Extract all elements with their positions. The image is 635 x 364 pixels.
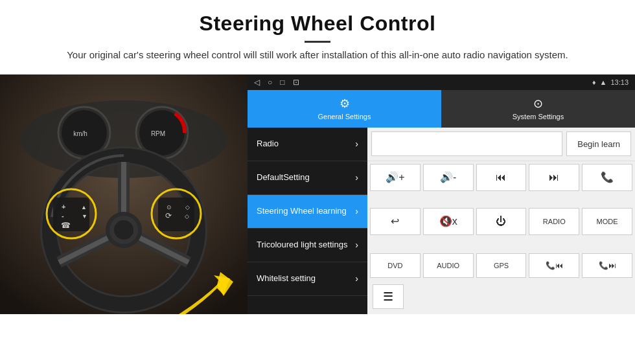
- status-bar-info: ♦ ▲ 13:13: [592, 78, 629, 86]
- general-settings-label: General Settings: [318, 113, 371, 120]
- system-settings-label: System Settings: [513, 113, 564, 120]
- volume-down-icon: 🔊-: [440, 171, 456, 183]
- menu-item-tricoloured-arrow: ›: [355, 240, 358, 250]
- menu-item-radio[interactable]: Radio ›: [248, 128, 367, 161]
- nav-tabs: ⚙ General Settings ⊙ System Settings: [248, 90, 635, 128]
- content-area: km/h RPM +: [0, 74, 635, 314]
- dvd-button[interactable]: DVD: [370, 253, 421, 278]
- power-button[interactable]: ⏻: [476, 208, 527, 235]
- tab-general-settings[interactable]: ⚙ General Settings: [248, 90, 441, 128]
- volume-up-button[interactable]: 🔊+: [370, 164, 421, 191]
- phone-prev-button[interactable]: 📞⏮: [529, 253, 579, 278]
- learn-input-field[interactable]: [371, 131, 562, 156]
- phone-icon: 📞: [601, 171, 614, 183]
- volume-down-button[interactable]: 🔊-: [423, 164, 474, 191]
- menu-item-whitelist[interactable]: Whitelist setting ›: [248, 262, 367, 296]
- mute-icon: 🔇x: [439, 215, 457, 227]
- status-time: 13:13: [610, 78, 629, 86]
- hang-up-icon: ↩: [391, 215, 399, 227]
- phone-next-button[interactable]: 📞⏭: [582, 253, 632, 278]
- menu-item-radio-label: Radio: [257, 139, 279, 150]
- menu-item-default-arrow: ›: [355, 172, 358, 183]
- svg-point-18: [114, 220, 133, 240]
- phone-button[interactable]: 📞: [582, 164, 632, 191]
- hang-up-button[interactable]: ↩: [370, 208, 421, 235]
- phone-prev-icon: 📞⏮: [546, 261, 563, 270]
- prev-track-icon: ⏮: [496, 172, 506, 183]
- page-header: Steering Wheel Control Your original car…: [0, 0, 635, 69]
- mute-button[interactable]: 🔇x: [423, 208, 474, 235]
- gps-label: GPS: [494, 262, 509, 269]
- svg-text:◇: ◇: [185, 204, 190, 210]
- general-settings-icon: ⚙: [340, 97, 350, 111]
- status-bar: ◁ ○ □ ⊡ ♦ ▲ 13:13: [248, 74, 635, 90]
- svg-text:◇: ◇: [185, 213, 189, 220]
- radio-button[interactable]: RADIO: [529, 208, 579, 235]
- menu-item-whitelist-label: Whitelist setting: [257, 273, 316, 284]
- radio-label: RADIO: [543, 218, 566, 225]
- begin-learn-button[interactable]: Begin learn: [566, 131, 631, 156]
- mode-button[interactable]: MODE: [582, 208, 632, 235]
- system-settings-icon: ⊙: [533, 97, 543, 111]
- menu-item-steering-arrow: ›: [355, 206, 358, 216]
- gps-icon: ♦: [592, 78, 596, 86]
- menu-item-whitelist-arrow: ›: [355, 273, 358, 284]
- next-track-icon: ⏭: [549, 172, 559, 183]
- menu-list: Radio › DefaultSetting › Steering Wheel …: [248, 128, 367, 314]
- prev-track-button[interactable]: ⏮: [476, 164, 527, 191]
- svg-text:⟳: ⟳: [165, 211, 172, 220]
- status-bar-nav: ◁ ○ □ ⊡: [254, 78, 299, 87]
- header-divider: [305, 41, 330, 43]
- gps-button[interactable]: GPS: [476, 253, 527, 278]
- svg-text:-: -: [62, 212, 64, 220]
- menu-item-radio-arrow: ›: [355, 139, 358, 149]
- audio-button[interactable]: AUDIO: [423, 253, 474, 278]
- page-subtitle: Your original car's steering wheel contr…: [65, 48, 570, 63]
- svg-text:⊙: ⊙: [167, 204, 172, 210]
- steering-wheel-image: km/h RPM +: [0, 74, 248, 314]
- phone-next-icon: 📞⏭: [599, 261, 616, 270]
- main-content: Radio › DefaultSetting › Steering Wheel …: [248, 128, 635, 314]
- audio-label: AUDIO: [437, 262, 459, 269]
- back-nav-icon[interactable]: ◁: [254, 78, 260, 87]
- android-panel: ◁ ○ □ ⊡ ♦ ▲ 13:13 ⚙ General Settings ⊙ S…: [248, 74, 635, 314]
- list-icon-button[interactable]: ☰: [373, 284, 404, 309]
- volume-up-icon: 🔊+: [386, 171, 404, 183]
- menu-item-steering-label: Steering Wheel learning: [257, 206, 347, 217]
- menu-item-default-label: DefaultSetting: [257, 172, 310, 183]
- tab-system-settings[interactable]: ⊙ System Settings: [441, 90, 635, 128]
- next-track-button[interactable]: ⏭: [529, 164, 579, 191]
- wifi-icon: ▲: [600, 78, 607, 86]
- menu-item-steering[interactable]: Steering Wheel learning ›: [248, 195, 367, 229]
- recents-nav-icon[interactable]: □: [280, 78, 284, 87]
- control-buttons-grid: 🔊+ 🔊- ⏮ ⏭ 📞 ↩: [367, 161, 635, 252]
- list-icon: ☰: [383, 290, 393, 304]
- svg-text:km/h: km/h: [73, 130, 87, 137]
- home-nav-icon[interactable]: ○: [268, 78, 272, 87]
- screenshot-nav-icon[interactable]: ⊡: [293, 78, 299, 87]
- svg-text:☎: ☎: [61, 221, 71, 230]
- svg-text:▼: ▼: [82, 213, 87, 220]
- controls-area: Begin learn 🔊+ 🔊- ⏮ ⏭: [367, 128, 635, 314]
- power-icon: ⏻: [496, 216, 506, 227]
- page-title: Steering Wheel Control: [13, 12, 622, 36]
- svg-text:▲: ▲: [81, 204, 87, 210]
- begin-learn-row: Begin learn: [367, 128, 635, 161]
- svg-text:RPM: RPM: [151, 130, 165, 137]
- dvd-label: DVD: [387, 262, 402, 269]
- menu-item-tricoloured-label: Tricoloured light settings: [257, 240, 347, 251]
- svg-text:+: +: [62, 203, 65, 210]
- mode-label: MODE: [597, 218, 618, 225]
- menu-item-tricoloured[interactable]: Tricoloured light settings ›: [248, 229, 367, 262]
- menu-item-default[interactable]: DefaultSetting ›: [248, 161, 367, 195]
